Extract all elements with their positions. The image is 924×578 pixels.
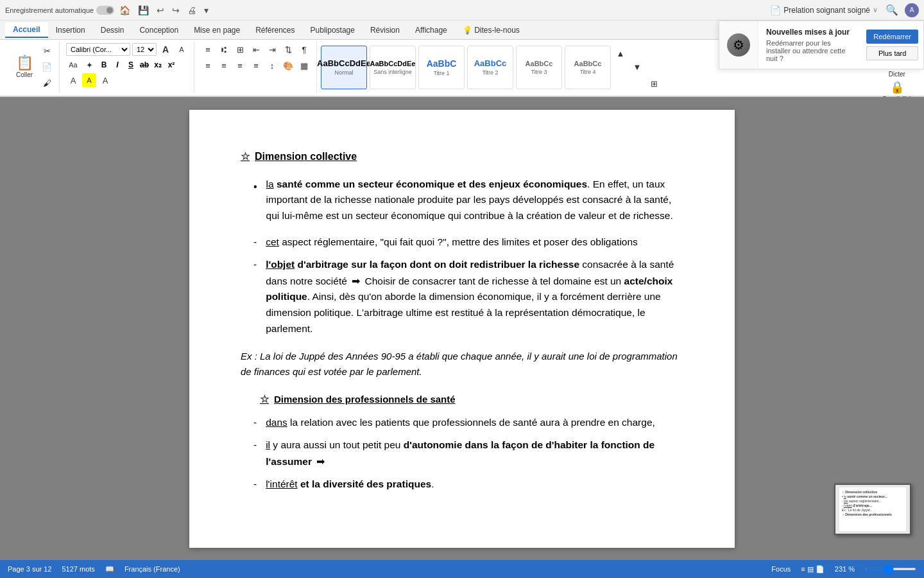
- tab-conception[interactable]: Conception: [132, 23, 186, 37]
- search-icon[interactable]: 🔍: [882, 3, 902, 17]
- style-sans-preview: AaBbCcDdEe: [370, 60, 416, 67]
- sensibilite-icon: 🔒: [890, 80, 904, 94]
- style-titre4[interactable]: AaBbCc Titre 4: [565, 46, 611, 89]
- home-icon[interactable]: 🏠: [117, 4, 133, 17]
- format-painter[interactable]: 🖌: [40, 76, 54, 91]
- ribbon-group-paste: 📋 Coller ✂ 📄 🖌: [5, 41, 60, 93]
- sort-btn[interactable]: ⇅: [281, 42, 295, 57]
- example-text: Ex : La loi de Juppé des Années 90-95 a …: [241, 349, 683, 380]
- superscript-button[interactable]: x²: [166, 59, 177, 71]
- tab-references[interactable]: Références: [248, 23, 302, 37]
- focus-mode[interactable]: Focus: [771, 565, 791, 573]
- dash-1-cet: cet: [266, 236, 279, 247]
- example-em: Ex : La loi de Juppé des Années 90-95 a …: [241, 351, 678, 377]
- align-left-btn[interactable]: ≡: [201, 58, 215, 73]
- later-button[interactable]: Plus tard: [866, 46, 918, 60]
- save-icon[interactable]: 💾: [135, 4, 151, 17]
- status-bar-right: Focus ≡ ▤ 📄 231 %: [771, 565, 916, 574]
- autosave-toggle[interactable]: [96, 6, 114, 15]
- more-icon[interactable]: ▾: [201, 4, 211, 17]
- doc-content[interactable]: ☆ Dimension collective • la santé comme …: [241, 148, 683, 493]
- case-btn[interactable]: Aa: [66, 58, 80, 72]
- dash-1-rest: aspect réglementaire, "qui fait quoi ?",…: [279, 236, 638, 247]
- title-chevron[interactable]: ∨: [873, 6, 878, 14]
- dash-1-char: -: [253, 234, 257, 250]
- font-shrink-btn[interactable]: A: [175, 42, 189, 57]
- multi-level-btn[interactable]: ⊞: [233, 42, 247, 57]
- print-icon[interactable]: 🖨: [185, 4, 199, 17]
- redo-icon[interactable]: ↪: [169, 4, 182, 17]
- font-size-select[interactable]: 12: [132, 43, 157, 56]
- thumb-text: ☆ Dimension collective • la santé comme …: [842, 490, 903, 517]
- dash-2-bold: d'arbitrage sur la façon dont on doit re…: [295, 259, 579, 270]
- styles-expand[interactable]: ⊞: [647, 76, 661, 91]
- cut-button[interactable]: ✂: [40, 44, 54, 58]
- tab-accueil[interactable]: Accueil: [5, 22, 48, 38]
- borders-btn[interactable]: ▦: [297, 58, 311, 73]
- font-color-btn[interactable]: A: [66, 73, 80, 87]
- paste-button[interactable]: 📋 Coller: [10, 53, 38, 81]
- restart-button[interactable]: Redémarrer: [866, 30, 918, 44]
- tab-insertion[interactable]: Insertion: [48, 23, 93, 37]
- tab-revision[interactable]: Révision: [363, 23, 407, 37]
- s2-dash-3-rest: et la diversité des pratiques: [298, 478, 431, 489]
- decrease-indent-btn[interactable]: ⇤: [249, 42, 263, 57]
- style-sans-interligne[interactable]: AaBbCcDdEe Sans interligne: [370, 46, 416, 89]
- tab-affichage[interactable]: Affichage: [407, 23, 455, 37]
- user-avatar[interactable]: A: [905, 3, 919, 17]
- tab-dessin[interactable]: Dessin: [93, 23, 132, 37]
- shading-btn[interactable]: 🎨: [281, 58, 295, 73]
- star-icon-2: ☆: [260, 391, 269, 408]
- char-shade-btn[interactable]: A: [98, 73, 112, 87]
- style-titre3[interactable]: AaBbCc Titre 3: [516, 46, 562, 89]
- style-titre1[interactable]: AaBbC Titre 1: [418, 46, 465, 89]
- tab-mise-en-page[interactable]: Mise en page: [186, 23, 248, 37]
- star-icon-1: ☆: [241, 148, 250, 165]
- font-family-select[interactable]: Calibri (Cor...: [66, 43, 130, 56]
- tab-dites-le-nous[interactable]: 💡 Dites-le-nous: [455, 23, 527, 37]
- clear-format-btn[interactable]: ✦: [82, 58, 96, 72]
- dash-2-objet: l'objet: [266, 259, 295, 270]
- notif-title: Nouvelles mises à jour: [766, 28, 853, 37]
- copy-button[interactable]: 📄: [40, 60, 54, 74]
- numbering-btn[interactable]: ⑆: [217, 42, 231, 57]
- style-t3-label: Titre 3: [531, 69, 547, 75]
- bullets-btn[interactable]: ≡: [201, 42, 215, 57]
- s2-dash-2-char: -: [253, 437, 257, 453]
- paste-group-inner: 📋 Coller ✂ 📄 🖌: [10, 42, 54, 92]
- style-normal-preview: AaBbCcDdEe: [317, 58, 371, 68]
- autosave-label: Enregistrement automatique: [5, 6, 94, 14]
- strikethrough-button[interactable]: ab: [139, 59, 150, 71]
- styles-scroll-down[interactable]: ▼: [630, 60, 644, 74]
- dash-2-char: -: [253, 257, 257, 273]
- underline-button[interactable]: S: [125, 59, 137, 71]
- font-grow-btn[interactable]: A: [158, 42, 173, 57]
- italic-button[interactable]: I: [112, 59, 123, 71]
- subscript-button[interactable]: x₂: [152, 59, 164, 71]
- styles-scroll-up[interactable]: ▲: [613, 46, 628, 60]
- line-spacing-btn[interactable]: ↕: [265, 58, 279, 73]
- justify-btn[interactable]: ≡: [249, 58, 263, 73]
- spell-check-icon[interactable]: 📖: [105, 565, 114, 574]
- undo-icon[interactable]: ↩: [154, 4, 167, 17]
- paste-icon: 📋: [16, 56, 33, 70]
- bold-button[interactable]: B: [98, 59, 110, 71]
- doc-title[interactable]: Prelation soignant soigné: [783, 6, 870, 15]
- doc-scroll[interactable]: ☆ Dimension collective • la santé comme …: [0, 97, 924, 561]
- paste-sub: ✂ 📄 🖌: [40, 44, 54, 91]
- heading-2-text: Dimension des professionnels de santé: [274, 392, 456, 407]
- para-controls: ≡ ⑆ ⊞ ⇤ ⇥ ⇅ ¶ ≡ ≡ ≡ ≡ ↕ 🎨 ▦: [201, 42, 311, 73]
- zoom-slider[interactable]: [865, 568, 916, 570]
- style-normal[interactable]: AaBbCcDdEe Normal: [321, 46, 367, 89]
- style-normal-label: Normal: [334, 69, 353, 76]
- align-center-btn[interactable]: ≡: [217, 58, 231, 73]
- style-t4-preview: AaBbCc: [574, 60, 602, 67]
- font-row-1: Calibri (Cor... 12 A A: [66, 42, 189, 57]
- tab-publipostage[interactable]: Publipostage: [303, 23, 363, 37]
- show-marks-btn[interactable]: ¶: [297, 42, 311, 57]
- notification-panel: ⚙ Nouvelles mises à jour Redémarrer pour…: [719, 21, 924, 69]
- style-titre2[interactable]: AaBbCc Titre 2: [467, 46, 513, 89]
- highlight-btn[interactable]: A: [82, 73, 96, 87]
- increase-indent-btn[interactable]: ⇥: [265, 42, 279, 57]
- align-right-btn[interactable]: ≡: [233, 58, 247, 73]
